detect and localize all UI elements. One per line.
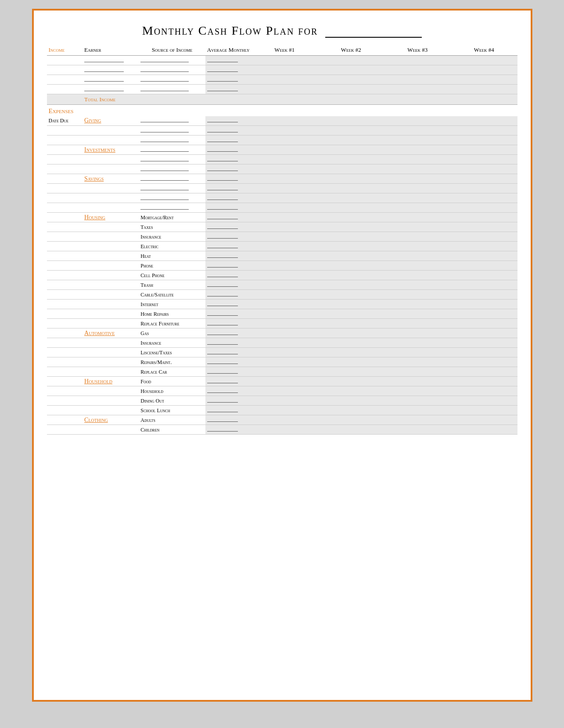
week3-header: Week #3 bbox=[384, 46, 451, 56]
housing-insurance-row: Insurance bbox=[47, 232, 517, 242]
auto-insurance-row: Insurance bbox=[47, 338, 517, 348]
investments-row-2 bbox=[47, 155, 517, 164]
income-header: Income bbox=[47, 46, 83, 56]
page: Monthly Cash Flow Plan for Income Earner… bbox=[32, 9, 532, 702]
savings-row-3 bbox=[47, 193, 517, 203]
clothing-children-row: Children bbox=[47, 425, 517, 435]
savings-row-1: Savings bbox=[47, 174, 517, 184]
household-food-row: Household Food bbox=[47, 377, 517, 386]
header-row: Income Earner Source of Income Average M… bbox=[47, 46, 517, 56]
housing-heat-row: Heat bbox=[47, 251, 517, 261]
investments-row-3 bbox=[47, 164, 517, 174]
housing-mortgage-row: Housing Mortgage/Rent bbox=[47, 213, 517, 222]
giving-row-3 bbox=[47, 136, 517, 145]
housing-trash-row: Trash bbox=[47, 280, 517, 290]
main-table: Income Earner Source of Income Average M… bbox=[47, 46, 517, 435]
household-schoollunch-row: School Lunch bbox=[47, 406, 517, 415]
housing-taxes-row: Taxes bbox=[47, 222, 517, 232]
clothing-adults-row: Clothing Adults bbox=[47, 415, 517, 425]
housing-cable-row: Cable/Satellite bbox=[47, 290, 517, 300]
week1-header: Week #1 bbox=[251, 46, 318, 56]
housing-cellphone-row: Cell Phone bbox=[47, 271, 517, 280]
avg-header: Average Monthly bbox=[205, 46, 251, 56]
savings-row-2 bbox=[47, 184, 517, 193]
auto-replace-row: Replace Car bbox=[47, 367, 517, 377]
income-row-3 bbox=[47, 75, 517, 85]
week4-header: Week #4 bbox=[451, 46, 517, 56]
household-household-row: Household bbox=[47, 386, 517, 396]
auto-license-row: Liscense/Taxes bbox=[47, 348, 517, 357]
housing-repairs-row: Home Repairs bbox=[47, 309, 517, 319]
giving-row-2 bbox=[47, 126, 517, 136]
income-row-1 bbox=[47, 56, 517, 65]
source-header: Source of Income bbox=[139, 46, 205, 56]
household-dining-row: Dining Out bbox=[47, 396, 517, 406]
earner-header: Earner bbox=[83, 46, 139, 56]
week2-header: Week #2 bbox=[318, 46, 384, 56]
expenses-header-row: Expenses bbox=[47, 105, 517, 116]
housing-internet-row: Internet bbox=[47, 300, 517, 309]
total-income-row: Total Income bbox=[47, 94, 517, 105]
auto-gas-row: Automotive Gas bbox=[47, 328, 517, 338]
income-row-2 bbox=[47, 65, 517, 75]
income-row-4 bbox=[47, 85, 517, 94]
housing-phone-row: Phone bbox=[47, 261, 517, 271]
auto-repairs-row: Repairs/Maint. bbox=[47, 357, 517, 367]
housing-electric-row: Electric bbox=[47, 242, 517, 251]
investments-row-1: Investments bbox=[47, 145, 517, 155]
housing-furniture-row: Replace Furniture bbox=[47, 319, 517, 328]
giving-row-1: Date Due Giving bbox=[47, 116, 517, 126]
page-title: Monthly Cash Flow Plan for bbox=[47, 24, 517, 38]
savings-row-4 bbox=[47, 203, 517, 213]
title-line bbox=[325, 37, 422, 38]
